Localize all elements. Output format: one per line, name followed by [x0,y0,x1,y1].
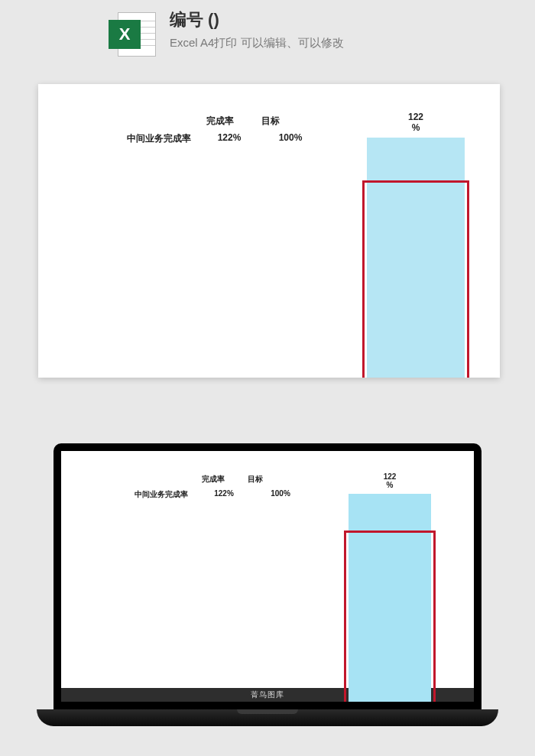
col-header-completion: 完成率 [206,115,234,128]
value-completion: 122% [206,132,252,145]
bar-chart: 122 % [362,112,469,378]
value-target: 100% [268,132,313,145]
target-bar [362,180,469,378]
page-title: 编号 () [170,9,344,31]
excel-file-icon: X [109,9,159,60]
header: X 编号 () Excel A4打印 可以编辑、可以修改 [0,0,535,60]
value-target: 100% [260,489,301,500]
col-header-completion: 完成率 [202,474,225,485]
col-header-target: 目标 [248,474,263,485]
row-label: 中间业务完成率 [99,132,191,145]
bar-chart: 122 % [344,472,436,702]
laptop-mockup: 完成率 目标 中间业务完成率 122% 100% 122 % [54,443,481,726]
page-subtitle: Excel A4打印 可以编辑、可以修改 [170,36,344,50]
target-bar [344,530,436,702]
bar-data-label: 122 % [344,472,436,489]
data-table: 完成率 目标 中间业务完成率 122% 100% [107,474,301,500]
bar-data-label: 122 % [362,112,469,133]
col-header-target: 目标 [261,115,280,128]
laptop-base [37,709,498,726]
row-label: 中间业务完成率 [107,489,188,500]
value-completion: 122% [203,489,245,500]
data-table: 完成率 目标 中间业务完成率 122% 100% [99,115,313,145]
template-preview-card: 完成率 目标 中间业务完成率 122% 100% 122 % [38,84,500,378]
excel-x-glyph: X [119,24,131,44]
